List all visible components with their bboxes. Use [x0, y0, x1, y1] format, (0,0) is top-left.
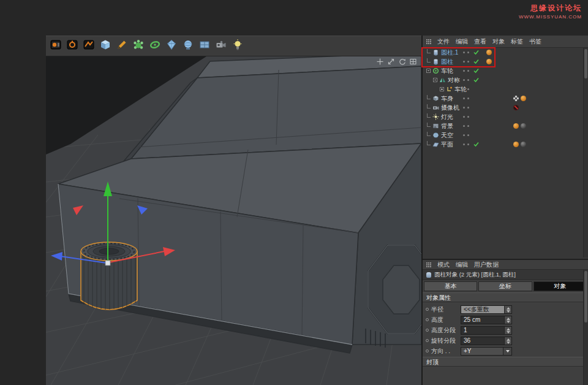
tab-coordinates[interactable]: 坐标: [478, 281, 532, 291]
add-primitive-button[interactable]: [97, 37, 113, 55]
phong-tag-icon[interactable]: [521, 96, 526, 101]
visibility-toggles[interactable]: [463, 107, 469, 109]
keyframe-dot[interactable]: [426, 318, 429, 321]
selected-cylinder-object[interactable]: [81, 242, 137, 310]
menu-mode[interactable]: 模式: [437, 261, 450, 269]
visibility-toggles[interactable]: [463, 61, 469, 63]
object-row-wheel-child[interactable]: 车轮: [423, 85, 582, 94]
visibility-toggles[interactable]: [463, 88, 469, 90]
render-settings-button[interactable]: [64, 37, 80, 55]
collapse-expander-icon[interactable]: [426, 69, 431, 73]
render-queue-button[interactable]: [81, 37, 97, 55]
visibility-toggles[interactable]: [463, 70, 469, 72]
stepper-control[interactable]: [504, 337, 511, 345]
stepper-control[interactable]: [504, 327, 511, 334]
spline-pen-button[interactable]: [114, 37, 130, 55]
array-generator-button[interactable]: [147, 37, 163, 55]
environment-button[interactable]: [180, 37, 196, 55]
object-manager-scrollbar[interactable]: [583, 48, 588, 257]
object-row-cylinder[interactable]: 圆柱: [423, 57, 582, 66]
enabled-checkmark[interactable]: [473, 77, 479, 83]
menu-edit[interactable]: 编辑: [456, 37, 468, 46]
tab-object[interactable]: 对象: [533, 281, 587, 291]
section-caps[interactable]: 封顶: [423, 357, 588, 367]
panel-grip-icon[interactable]: [426, 39, 431, 44]
subdivision-surface-button[interactable]: [130, 37, 146, 55]
expand-plus-icon[interactable]: [440, 87, 444, 91]
tree-line: [427, 58, 431, 63]
deformer-button[interactable]: [164, 37, 179, 55]
menu-tags[interactable]: 标签: [511, 37, 523, 46]
object-row-wheel-group[interactable]: 车轮: [423, 66, 582, 75]
keyframe-dot[interactable]: [426, 339, 429, 342]
zoom-view-button[interactable]: [388, 58, 394, 65]
panel-grip-icon[interactable]: [426, 262, 431, 267]
menu-view[interactable]: 查看: [474, 37, 486, 46]
pan-view-button[interactable]: [377, 58, 383, 65]
object-label: 天空: [441, 131, 453, 140]
material-tag-icon[interactable]: [521, 123, 526, 129]
floor-button[interactable]: [197, 37, 213, 55]
floor-grid-icon: [198, 39, 211, 53]
viewport-scene[interactable]: [46, 56, 421, 385]
menu-edit[interactable]: 编辑: [456, 261, 468, 269]
object-row-sky[interactable]: 天空: [423, 131, 582, 140]
rotate-view-button[interactable]: [399, 58, 405, 65]
tab-basic[interactable]: 基本: [424, 281, 477, 291]
object-row-car-body[interactable]: 车身: [423, 94, 582, 103]
menu-bookmarks[interactable]: 书签: [529, 37, 541, 46]
enabled-checkmark[interactable]: [473, 50, 479, 55]
radius-input[interactable]: <<多重数: [461, 305, 512, 314]
object-row-plane[interactable]: 平面: [423, 140, 582, 149]
phong-tag-icon[interactable]: [486, 59, 492, 64]
menu-object[interactable]: 对象: [492, 37, 505, 46]
enabled-checkmark[interactable]: [473, 59, 479, 64]
rotation-segments-input[interactable]: 36: [461, 337, 512, 345]
keyframe-dot[interactable]: [426, 349, 429, 353]
enabled-checkmark[interactable]: [473, 142, 479, 147]
visibility-toggles[interactable]: [463, 134, 469, 136]
keyframe-dot[interactable]: [426, 308, 429, 311]
camera-icon: [215, 39, 227, 53]
visibility-toggles[interactable]: [463, 143, 469, 145]
object-row-background[interactable]: 背景: [423, 121, 582, 131]
section-object-properties[interactable]: 对象属性: [423, 292, 588, 302]
visibility-toggles[interactable]: [463, 79, 469, 81]
camera-button[interactable]: [213, 37, 229, 55]
height-input[interactable]: 25 cm: [461, 316, 512, 324]
menu-file[interactable]: 文件: [437, 37, 450, 46]
object-label: 灯光: [441, 113, 453, 121]
object-row-symmetry[interactable]: 对称: [423, 75, 582, 85]
scrollbar-thumb[interactable]: [584, 49, 587, 78]
scrollbar-thumb[interactable]: [584, 271, 587, 322]
object-row-cylinder-1[interactable]: 圆柱.1: [423, 48, 582, 57]
toggle-view-button[interactable]: [410, 58, 417, 65]
object-manager: 文件 编辑 查看 对象 标签 书签 圆柱.1 圆柱: [423, 36, 588, 257]
menu-user-data[interactable]: 用户数据: [474, 261, 499, 269]
orientation-dropdown[interactable]: +Y: [461, 347, 512, 356]
attribute-tabs: 基本 坐标 对象: [423, 280, 588, 292]
visibility-toggles[interactable]: [463, 51, 469, 53]
keyframe-dot[interactable]: [426, 329, 429, 332]
texture-tag-icon[interactable]: [513, 96, 519, 101]
visibility-toggles[interactable]: [463, 125, 469, 127]
stepper-control[interactable]: [504, 306, 511, 313]
stepper-control[interactable]: [504, 316, 511, 324]
light-button[interactable]: [230, 37, 246, 55]
material-tag-icon[interactable]: [521, 142, 526, 147]
phong-tag-icon[interactable]: [486, 50, 492, 55]
visibility-toggles[interactable]: [463, 116, 469, 118]
collapse-expander-icon[interactable]: [433, 78, 437, 82]
visibility-toggles[interactable]: [463, 97, 469, 99]
object-row-light[interactable]: 灯光: [423, 112, 582, 121]
enabled-checkmark[interactable]: [473, 68, 479, 74]
phong-tag-icon[interactable]: [513, 142, 519, 147]
object-row-camera[interactable]: 摄像机: [423, 103, 582, 112]
phong-tag-icon[interactable]: [513, 123, 519, 129]
render-view-button[interactable]: [48, 37, 64, 55]
protection-tag-icon[interactable]: [513, 105, 519, 110]
attribute-manager-scrollbar[interactable]: [583, 270, 588, 385]
tree-line: [427, 104, 431, 109]
height-segments-input[interactable]: 1: [461, 326, 512, 335]
viewport-3d[interactable]: [46, 56, 421, 385]
